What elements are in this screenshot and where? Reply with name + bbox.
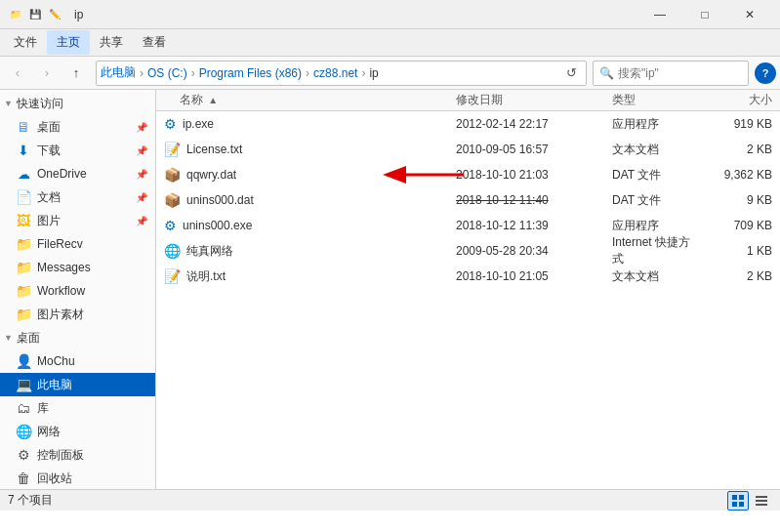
file-cell-type: 应用程序 (604, 116, 702, 133)
col-type[interactable]: 类型 (604, 92, 702, 108)
status-count: 7 个项目 (8, 492, 53, 509)
sidebar-label-library: 库 (37, 400, 49, 417)
window-title: ip (70, 8, 637, 21)
recycle-icon: 🗑 (16, 471, 31, 486)
col-date[interactable]: 修改日期 (448, 92, 604, 108)
breadcrumb-item-programfiles[interactable]: Program Files (x86) (199, 66, 302, 80)
menu-bar: 文件 主页 共享 查看 (0, 29, 780, 57)
breadcrumb-item-pc[interactable]: 此电脑 (101, 64, 136, 81)
sidebar-label-desktop: 桌面 (37, 119, 61, 136)
sidebar-label-picturematerials: 图片素材 (37, 307, 84, 323)
sidebar-item-library[interactable]: 🗂 库 (0, 396, 155, 420)
sidebar-section-quickaccess[interactable]: ▼ 快速访问 (0, 92, 155, 115)
close-button[interactable]: ✕ (727, 0, 772, 29)
folder-workflow-icon: 📁 (16, 283, 31, 299)
minimize-button[interactable]: — (637, 0, 682, 29)
file-cell-size: 2 KB (702, 143, 780, 156)
file-name: unins000.exe (183, 219, 252, 232)
controlpanel-icon: ⚙ (16, 447, 31, 463)
file-cell-size: 9,362 KB (702, 168, 780, 182)
window-icon-1: 📁 (8, 7, 23, 22)
file-name: ip.exe (183, 117, 214, 131)
user-icon: 👤 (16, 353, 31, 369)
window-controls: — □ ✕ (637, 0, 772, 29)
sidebar-item-documents[interactable]: 📄 文档 📌 (0, 185, 155, 209)
search-input[interactable] (618, 66, 764, 80)
help-button[interactable]: ? (755, 62, 776, 84)
window-icon-2: 💾 (27, 7, 43, 22)
sidebar-item-thispc[interactable]: 💻 此电脑 (0, 373, 155, 396)
file-cell-date: 2009-05-28 20:34 (448, 244, 604, 258)
title-bar-window-icons: 📁 💾 ✏️ (8, 7, 62, 22)
title-bar: 📁 💾 ✏️ ip — □ ✕ (0, 0, 780, 29)
file-list-body: ⚙ ip.exe 2012-02-14 22:17 应用程序 919 KB 📝 … (156, 111, 780, 489)
sidebar-item-filerecv[interactable]: 📁 FileRecv (0, 232, 155, 256)
refresh-button[interactable]: ↺ (560, 62, 582, 84)
list-view-button[interactable] (751, 491, 772, 511)
up-button[interactable]: ↑ (62, 61, 90, 86)
file-cell-date: 2012-02-14 22:17 (448, 117, 604, 131)
chevron-down-icon-2: ▼ (4, 333, 13, 343)
maximize-button[interactable]: □ (682, 0, 727, 29)
sidebar-item-pictures[interactable]: 🖼 图片 📌 (0, 209, 155, 232)
file-cell-type: Internet 快捷方式 (604, 234, 702, 267)
folder-picturematerials-icon: 📁 (16, 307, 31, 322)
sidebar-item-recycle[interactable]: 🗑 回收站 (0, 467, 155, 489)
search-box[interactable]: 🔍 (593, 61, 749, 86)
sidebar-section-desktop[interactable]: ▼ 桌面 (0, 326, 155, 349)
menu-home[interactable]: 主页 (47, 30, 90, 55)
url-icon: 🌐 (164, 243, 181, 259)
table-row[interactable]: 📝 License.txt 2010-09-05 16:57 文本文档 2 KB (156, 137, 780, 162)
menu-share[interactable]: 共享 (90, 30, 133, 55)
main-area: ▼ 快速访问 🖥 桌面 📌 ⬇ 下载 📌 ☁ OneDrive 📌 📄 文档 📌… (0, 90, 780, 489)
svg-rect-6 (756, 496, 767, 498)
status-bar: 7 个项目 (0, 489, 780, 511)
menu-view[interactable]: 查看 (133, 30, 176, 55)
back-button[interactable]: ‹ (4, 61, 31, 86)
forward-button[interactable]: › (33, 61, 61, 86)
documents-icon: 📄 (16, 189, 31, 205)
folder-filerecv-icon: 📁 (16, 236, 31, 252)
svg-rect-3 (739, 495, 744, 500)
breadcrumb-item-cz88[interactable]: cz88.net (313, 66, 357, 80)
table-row[interactable]: ⚙ ip.exe 2012-02-14 22:17 应用程序 919 KB (156, 111, 780, 137)
sidebar-item-controlpanel[interactable]: ⚙ 控制面板 (0, 443, 155, 467)
sidebar-item-picturematerials[interactable]: 📁 图片素材 (0, 303, 155, 326)
library-icon: 🗂 (16, 400, 31, 416)
file-cell-type: 文本文档 (604, 142, 702, 158)
file-cell-date: 2018-10-12 11:40 (448, 193, 604, 207)
file-name: qqwry.dat (186, 168, 236, 182)
grid-view-button[interactable] (727, 491, 749, 511)
file-cell-name: 📝 License.txt (156, 142, 448, 157)
toolbar: ‹ › ↑ 此电脑 › OS (C:) › Program Files (x86… (0, 57, 780, 90)
sidebar-item-messages[interactable]: 📁 Messages (0, 256, 155, 279)
grid-view-icon (731, 494, 745, 508)
sidebar-item-workflow[interactable]: 📁 Workflow (0, 279, 155, 303)
pin-icon-documents: 📌 (136, 192, 147, 203)
list-view-icon (755, 494, 768, 508)
table-row[interactable]: 📝 说明.txt 2018-10-10 21:05 文本文档 2 KB (156, 264, 780, 289)
sidebar-label-pictures: 图片 (37, 213, 61, 229)
pin-icon-onedrive: 📌 (136, 169, 147, 180)
col-name[interactable]: 名称 ▲ (156, 92, 448, 108)
table-row[interactable]: 📦 unins000.dat 2018-10-12 11:40 DAT 文件 9… (156, 187, 780, 213)
file-cell-size: 9 KB (702, 193, 780, 207)
sidebar-item-onedrive[interactable]: ☁ OneDrive 📌 (0, 162, 155, 185)
menu-file[interactable]: 文件 (4, 30, 47, 55)
col-name-label: 名称 (180, 93, 203, 106)
sidebar-item-desktop[interactable]: 🖥 桌面 📌 (0, 115, 155, 139)
sidebar-item-downloads[interactable]: ⬇ 下载 📌 (0, 139, 155, 162)
col-size[interactable]: 大小 (702, 92, 780, 108)
chevron-down-icon: ▼ (4, 99, 13, 108)
breadcrumb-item-osc[interactable]: OS (C:) (147, 66, 187, 80)
sidebar-item-mochu[interactable]: 👤 MoChu (0, 349, 155, 373)
window-icon-3: ✏️ (47, 7, 62, 22)
dat-icon-2: 📦 (164, 192, 181, 208)
table-row[interactable]: 📦 qqwry.dat 2018-10-10 21:03 DAT 文件 9,36… (156, 162, 780, 187)
dat-icon: 📦 (164, 167, 181, 183)
file-cell-name: ⚙ ip.exe (156, 116, 448, 132)
exe-icon: ⚙ (164, 116, 177, 132)
address-bar[interactable]: 此电脑 › OS (C:) › Program Files (x86) › cz… (96, 61, 587, 86)
table-row[interactable]: 🌐 纯真网络 2009-05-28 20:34 Internet 快捷方式 1 … (156, 238, 780, 264)
sidebar-item-network[interactable]: 🌐 网络 (0, 420, 155, 443)
